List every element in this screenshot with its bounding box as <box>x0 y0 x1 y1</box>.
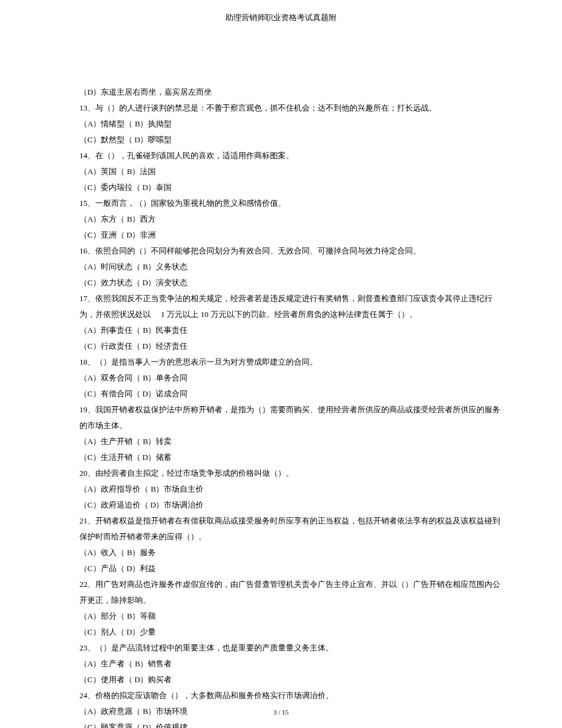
text-line: 20、由经营者自主拟定，经过市场竞争形成的价格叫做（）。 <box>79 465 501 481</box>
text-line: 23、（）是产品流转过程中的重要主体，也是重要的产质量量义务主体。 <box>79 640 501 656</box>
text-line: （A）政府指导价（ B）市场自主价 <box>79 481 501 497</box>
text-line: 19、我国开销者权益保护法中所称开销者，是指为（）需要而购买、使用经营者所供应的… <box>79 402 501 434</box>
text-line: （A）东方（ B）西方 <box>79 211 501 227</box>
text-line: （A）收入（ B）服务 <box>79 545 501 561</box>
text-line: （C）行政责任（ D）经济责任 <box>79 338 501 354</box>
text-line: （C）效力状态（ D）演变状态 <box>79 275 501 291</box>
text-line: 13、与（）的人进行谈判的禁忌是：不善于察言观色，抓不住机会；达不到他的兴趣所在… <box>79 100 501 116</box>
page-footer: 3 / 15 <box>0 708 562 716</box>
page-title: 助理营销师职业资格考试真题附 <box>0 0 562 84</box>
text-line: （C）政府逼迫价（ D）市场调治价 <box>79 497 501 513</box>
text-line: （A）生产者（ B）销售者 <box>79 656 501 672</box>
text-line: 17、依照我国反不正当竞争法的相关规定，经营者若是违反规定进行有奖销售，则督查检… <box>79 291 501 322</box>
text-line: （D）东道主居右而坐，嘉宾居左而坐 <box>79 84 501 100</box>
text-line: 24、价格的拟定应该吻合（），大多数商品和服务价格实行市场调治价。 <box>79 688 501 704</box>
text-line: 15、一般而言，（）国家较为重视礼物的意义和感情价值。 <box>79 195 501 211</box>
text-line: （C）亚洲（ D）非洲 <box>79 227 501 243</box>
text-line: （A）情绪型（ B）执拗型 <box>79 116 501 132</box>
text-line: （A）英国（ B）法国 <box>79 164 501 180</box>
text-line: （A）双务合同（ B）单务合同 <box>79 370 501 386</box>
text-line: （A）生产开销（ B）转卖 <box>79 434 501 450</box>
text-line: 18、（）是指当事人一方的意思表示一旦为对方赞成即建立的合同。 <box>79 354 501 370</box>
text-line: （C）有偿合同（ D）诺成合同 <box>79 386 501 402</box>
text-line: （C）产品（ D）利益 <box>79 561 501 577</box>
text-line: （C）委内瑞拉（ D）泰国 <box>79 180 501 195</box>
text-line: 22、用广告对商品也许服务作虚假宣传的，由广告督查管理机关责令广告主停止宣布、并… <box>79 577 501 608</box>
text-line: （A）时间状态（ B）义务状态 <box>79 259 501 275</box>
text-line: （C）顾客意愿（ D）价值规律 <box>79 719 501 728</box>
text-line: 21、开销者权益是指开销者在有偿获取商品或接受服务时所应享有的正当权益，包括开销… <box>79 513 501 545</box>
text-line: （A）刑事责任（ B）民事责任 <box>79 322 501 338</box>
text-line: 14、在（），孔雀碰到该国人民的喜欢，适适用作商标图案。 <box>79 148 501 164</box>
text-line: 16、依照合同的（）不同样能够把合同划分为有效合同、无效合同、可撤掉合同与效力待… <box>79 243 501 259</box>
document-body: （D）东道主居右而坐，嘉宾居左而坐 13、与（）的人进行谈判的禁忌是：不善于察言… <box>0 84 562 728</box>
text-line: （C）生活开销（ D）储蓄 <box>79 450 501 465</box>
text-line: （A）部分（ B）等额 <box>79 608 501 624</box>
text-line: （C）使用者（ D）购买者 <box>79 672 501 688</box>
text-line: （C）别人（ D）少量 <box>79 624 501 640</box>
text-line: （C）默然型（ D）啰嗦型 <box>79 132 501 148</box>
